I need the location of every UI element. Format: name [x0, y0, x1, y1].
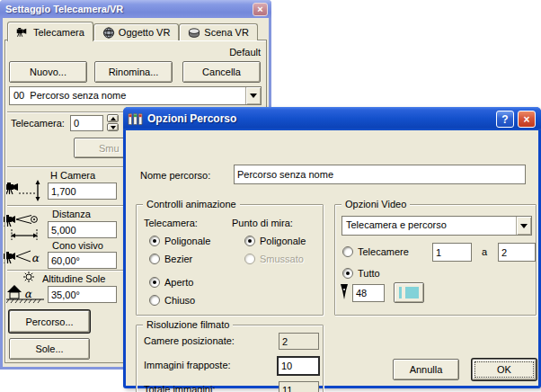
nuovo-button[interactable]: Nuovo...: [9, 61, 87, 83]
rinomina-button[interactable]: Rinomina...: [94, 61, 173, 83]
spin-down-button[interactable]: [107, 123, 119, 131]
radio-aperto[interactable]: Aperto: [149, 277, 193, 288]
annulla-button[interactable]: Annulla: [393, 359, 459, 380]
radio-icon: [149, 236, 160, 246]
altitudine-sole-input[interactable]: [48, 286, 117, 303]
tab-label: Telecamera: [33, 27, 84, 38]
radio-telecamera-poligonale[interactable]: Poligonale: [149, 236, 210, 246]
tabstrip: Telecamera Oggetto VR Scena VR: [7, 21, 258, 40]
radio-label: Telecamere: [358, 246, 409, 257]
spin-up-button[interactable]: [107, 114, 119, 122]
radio-telecamere[interactable]: Telecamere: [342, 246, 409, 257]
sole-button[interactable]: Sole...: [9, 338, 90, 360]
distanza-input[interactable]: [48, 221, 117, 238]
telecamere-from-input[interactable]: [432, 243, 472, 262]
settaggio-titlebar: Settaggio Telecamera/VR: [0, 0, 271, 18]
tab-label: Oggetto VR: [119, 27, 170, 38]
risoluzione-filmato-group: Risoluzione filmato Camere posizionate: …: [136, 325, 324, 392]
chevron-up-icon: [111, 117, 116, 120]
close-icon[interactable]: ×: [253, 3, 268, 16]
combo-dropdown-button[interactable]: [516, 217, 531, 235]
percorso-button[interactable]: Percorso...: [9, 310, 90, 333]
ok-button[interactable]: OK: [472, 359, 537, 380]
dialog-title: Opzioni Percorso: [147, 112, 236, 125]
controlli-animazione-group: Controlli animazione Telecamera: Punto d…: [136, 204, 324, 316]
radio-icon: [149, 295, 160, 306]
tab-telecamera[interactable]: Telecamera: [7, 22, 93, 41]
telecamera-number-input[interactable]: [70, 115, 103, 131]
a-label: a: [482, 246, 487, 257]
tab-label: Scena VR: [204, 27, 249, 38]
nome-percorso-input[interactable]: [234, 165, 526, 184]
radio-tutto[interactable]: Tutto: [342, 268, 380, 279]
immagini-frapposte-label: Immagini frapposte:: [144, 360, 231, 370]
combo-dropdown-button[interactable]: [245, 87, 261, 104]
dialog-titlebar: Opzioni Percorso: [123, 107, 541, 130]
radio-icon: [149, 254, 160, 264]
percorso-combobox-value: 00 Percorso senza nome: [10, 87, 245, 104]
chevron-down-icon: [520, 224, 528, 228]
camera-tripod-icon: [16, 26, 30, 38]
group-title: Controlli animazione: [143, 199, 240, 209]
radio-icon: [149, 277, 160, 288]
radio-icon: [244, 236, 255, 246]
radio-mira-smussato: Smussato: [244, 254, 304, 264]
pen-icon: [339, 283, 350, 301]
radio-chiuso[interactable]: Chiuso: [149, 295, 195, 306]
color-swatch: [405, 287, 419, 298]
camere-posizionate-label: Camere posizionate:: [144, 335, 235, 346]
punto-di-mira-label: Punto di mira:: [232, 218, 293, 228]
radio-label: Smussato: [260, 254, 304, 264]
tab-scena-vr[interactable]: Scena VR: [179, 23, 258, 40]
radio-label: Chiuso: [164, 295, 195, 306]
radio-label: Poligonale: [164, 236, 210, 246]
pen-size-input[interactable]: [352, 284, 385, 302]
help-icon[interactable]: ?: [496, 111, 514, 128]
immagini-frapposte-input[interactable]: [277, 356, 320, 376]
group-title: Opzioni Video: [341, 199, 410, 209]
sphere-icon: [188, 27, 200, 39]
group-title: Risoluzione filmato: [143, 319, 233, 330]
opzioni-percorso-dialog: Opzioni Percorso ? × Nome percorso: Cont…: [123, 107, 541, 388]
chevron-down-icon: [111, 126, 116, 129]
dialog-body: Nome percorso: Controlli animazione Tele…: [126, 130, 538, 386]
camere-posizionate-value: [279, 333, 319, 350]
percorso-combobox[interactable]: 00 Percorso senza nome: [9, 86, 262, 105]
cono-visivo-input[interactable]: [48, 252, 117, 269]
opzioni-video-group: Opzioni Video Telecamera e percorso Tele…: [334, 204, 537, 316]
line-color-button[interactable]: [394, 282, 424, 303]
totale-immagini-label: Totale immagini:: [144, 384, 215, 392]
radio-label: Bezier: [164, 254, 192, 264]
tab-oggetto-vr[interactable]: Oggetto VR: [93, 23, 179, 40]
h-camera-input[interactable]: [48, 183, 117, 200]
radio-label: Poligonale: [260, 236, 306, 246]
pencils-app-icon: [128, 112, 143, 126]
radio-icon: [244, 254, 255, 264]
close-icon[interactable]: ×: [518, 111, 536, 128]
line-sample: [399, 287, 402, 298]
nome-percorso-label: Nome percorso:: [140, 170, 210, 181]
globe-icon: [102, 27, 115, 39]
radio-mira-poligonale[interactable]: Poligonale: [244, 236, 306, 246]
totale-immagini-value: [279, 381, 319, 392]
video-mode-value: Telecamera e percorso: [342, 217, 516, 235]
radio-icon: [342, 246, 353, 257]
cancella-button[interactable]: Cancella: [182, 61, 261, 83]
radio-label: Tutto: [358, 268, 380, 279]
settaggio-title: Settaggio Telecamera/VR: [5, 4, 123, 14]
video-mode-combobox[interactable]: Telecamera e percorso: [341, 216, 532, 236]
telecamere-to-input[interactable]: [498, 243, 536, 262]
radio-label: Aperto: [164, 277, 193, 288]
radio-telecamera-bezier[interactable]: Bezier: [149, 254, 192, 264]
controlli-telecamera-label: Telecamera:: [144, 218, 198, 228]
telecamera-spinner: [107, 114, 119, 131]
radio-icon: [342, 268, 353, 279]
chevron-down-icon: [250, 94, 257, 98]
